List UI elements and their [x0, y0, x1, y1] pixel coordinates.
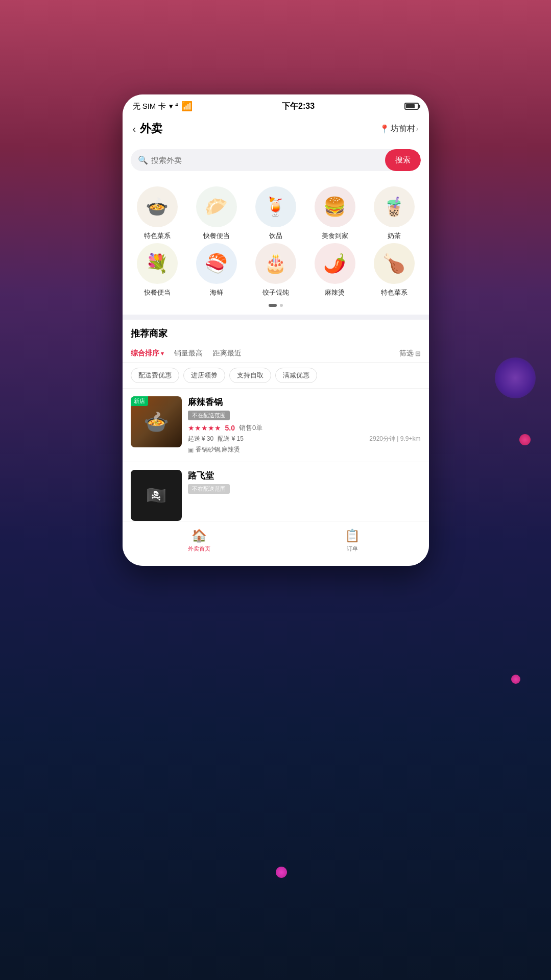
category-item-0[interactable]: 🍲 特色菜系	[129, 186, 185, 241]
merchant-img-1: 🏴‍☠️	[131, 470, 182, 521]
category-img-9: 🍗	[374, 243, 415, 284]
nav-item-orders[interactable]: 📋 订单	[276, 525, 429, 556]
search-button[interactable]: 搜索	[385, 149, 421, 171]
sort-comprehensive-label: 综合排序	[131, 349, 159, 358]
category-img-5: 💐	[137, 243, 178, 284]
category-label-2: 饮品	[269, 231, 282, 241]
delivery-time-0: 2920分钟 | 9.9+km	[369, 435, 420, 443]
location-chevron-icon: ›	[416, 125, 419, 133]
category-row-2: 💐 快餐便当 🍣 海鲜 🎂 饺子馄饨 🌶️ 麻辣烫 🍗 特色菜系	[123, 243, 429, 297]
phone-frame: 无 SIM 卡 ▾ ⁴ 📶 下午2:33 ‹ 外卖 📍 坊前村 › 🔍 搜索	[123, 94, 429, 566]
sales-0: 销售0单	[239, 423, 262, 433]
category-label-5: 快餐便当	[144, 288, 171, 297]
status-right	[404, 103, 419, 110]
category-item-3[interactable]: 🍔 美食到家	[307, 186, 363, 241]
delivery-fee-0: 配送 ¥ 15	[218, 435, 244, 443]
category-item-1[interactable]: 🥟 快餐便当	[188, 186, 245, 241]
nav-label-home: 外卖首页	[188, 545, 210, 553]
category-label-1: 快餐便当	[203, 231, 230, 241]
category-item-4[interactable]: 🧋 奶茶	[366, 186, 422, 241]
category-label-8: 麻辣烫	[325, 288, 345, 297]
new-badge: 新店	[131, 396, 148, 406]
merchants-section: 推荐商家 综合排序 ▾ 销量最高 距离最近 筛选 ⊟ 配送费优惠 进店领券 支持…	[123, 320, 429, 521]
battery-icon	[404, 103, 419, 110]
sort-distance[interactable]: 距离最近	[213, 349, 242, 358]
merchant-tags-0: 香锅砂锅,麻辣烫	[196, 445, 240, 454]
filter-tag-1[interactable]: 进店领券	[183, 368, 225, 383]
category-label-7: 饺子馄饨	[262, 288, 289, 297]
orders-icon: 📋	[345, 529, 360, 543]
sort-comprehensive[interactable]: 综合排序 ▾	[131, 349, 164, 358]
category-img-7: 🎂	[255, 243, 296, 284]
nav-item-home[interactable]: 🏠 外卖首页	[123, 525, 276, 556]
location-text: 坊前村	[391, 124, 415, 134]
sort-bar: 综合排序 ▾ 销量最高 距离最近 筛选 ⊟	[123, 345, 429, 363]
category-label-3: 美食到家	[322, 231, 348, 241]
merchant-card-1[interactable]: 🏴‍☠️ 路飞堂 不在配送范围	[123, 462, 429, 521]
search-icon: 🔍	[138, 155, 148, 165]
category-item-2[interactable]: 🍹 饮品	[248, 186, 304, 241]
status-left: 无 SIM 卡 ▾ ⁴ 📶	[133, 101, 193, 112]
filter-tag-3[interactable]: 满减优惠	[275, 368, 317, 383]
delivery-status-badge: 不在配送范围	[188, 411, 230, 420]
filter-tag-0[interactable]: 配送费优惠	[131, 368, 179, 383]
nav-label-orders: 订单	[347, 545, 358, 553]
status-bar: 无 SIM 卡 ▾ ⁴ 📶 下午2:33	[123, 94, 429, 116]
location-selector[interactable]: 📍 坊前村 ›	[379, 124, 419, 134]
time-display: 下午2:33	[282, 101, 315, 112]
tag-icon-0: ▣	[188, 446, 194, 453]
delivery-detail-0: 起送 ¥ 30 配送 ¥ 15	[188, 435, 244, 443]
carrier-text: 无 SIM 卡	[133, 102, 166, 111]
category-pagination	[123, 300, 429, 309]
bg-orb-pink-bottom	[511, 675, 520, 684]
category-label-6: 海鲜	[210, 288, 223, 297]
category-item-6[interactable]: 🍣 海鲜	[188, 243, 245, 297]
rating-num-0: 5.0	[225, 424, 235, 432]
merchant-name-0: 麻辣香锅	[188, 396, 421, 408]
rating-row-0: ★★★★★ 5.0 销售0单	[188, 423, 421, 433]
section-divider	[123, 315, 429, 320]
stars-0: ★★★★★	[188, 424, 221, 432]
battery-fill	[406, 104, 415, 108]
filter-tag-2[interactable]: 支持自取	[229, 368, 271, 383]
bottom-nav: 🏠 外卖首页 📋 订单	[123, 521, 429, 566]
header-left: ‹ 外卖	[133, 121, 163, 136]
bg-orb-pink-bottom2	[276, 867, 287, 878]
wifi-symbol: 📶	[181, 101, 193, 112]
search-input[interactable]	[151, 150, 385, 171]
merchant-card-0[interactable]: 🍲 新店 麻辣香锅 不在配送范围 ★★★★★ 5.0 销售0单 起送 ¥ 30 …	[123, 389, 429, 462]
wifi-icon: ▾ ⁴	[169, 102, 178, 111]
time-0: 2920分钟	[369, 435, 395, 442]
merchant-info-1: 路飞堂 不在配送范围	[188, 470, 421, 521]
category-label-4: 奶茶	[388, 231, 401, 241]
sort-distance-label: 距离最近	[213, 349, 242, 357]
merchants-title: 推荐商家	[123, 320, 429, 345]
pagination-dot-1	[280, 304, 283, 307]
delivery-info-0: 起送 ¥ 30 配送 ¥ 15 2920分钟 | 9.9+km	[188, 435, 421, 443]
back-button[interactable]: ‹	[133, 123, 136, 135]
category-item-7[interactable]: 🎂 饺子馄饨	[248, 243, 304, 297]
category-img-8: 🌶️	[315, 243, 355, 284]
category-item-5[interactable]: 💐 快餐便当	[129, 243, 185, 297]
merchant-info-0: 麻辣香锅 不在配送范围 ★★★★★ 5.0 销售0单 起送 ¥ 30 配送 ¥ …	[188, 396, 421, 454]
page-title: 外卖	[140, 121, 162, 136]
category-item-8[interactable]: 🌶️ 麻辣烫	[307, 243, 363, 297]
category-label-0: 特色菜系	[144, 231, 171, 241]
sort-sales-label: 销量最高	[174, 349, 203, 357]
category-img-1: 🥟	[196, 186, 237, 227]
category-img-2: 🍹	[255, 186, 296, 227]
filter-tags: 配送费优惠 进店领券 支持自取 满减优惠	[123, 363, 429, 389]
tags-row-0: ▣ 香锅砂锅,麻辣烫	[188, 445, 421, 454]
categories-section: 🍲 特色菜系 🥟 快餐便当 🍹 饮品 🍔 美食到家 🧋 奶茶	[123, 179, 429, 315]
category-img-3: 🍔	[315, 186, 355, 227]
merchant-img-bg-1: 🏴‍☠️	[131, 470, 182, 521]
sort-sales[interactable]: 销量最高	[174, 349, 203, 358]
category-label-9: 特色菜系	[381, 288, 408, 297]
header: ‹ 外卖 📍 坊前村 ›	[123, 116, 429, 144]
sort-chevron-icon: ▾	[161, 350, 164, 357]
filter-button[interactable]: 筛选 ⊟	[399, 349, 421, 358]
category-item-9[interactable]: 🍗 特色菜系	[366, 243, 422, 297]
category-img-0: 🍲	[137, 186, 178, 227]
search-bar: 🔍 搜索	[131, 149, 421, 171]
distance-0: 9.9+km	[400, 435, 421, 442]
